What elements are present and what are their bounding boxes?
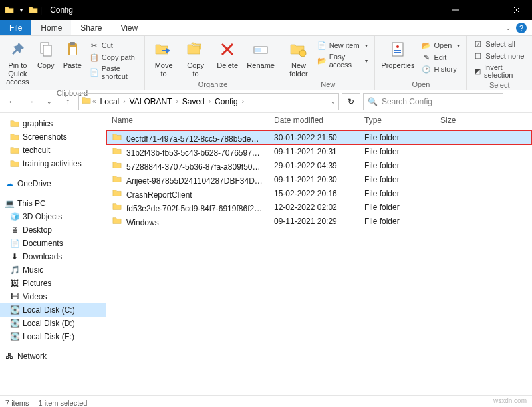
sidebar-item[interactable]: 🧊3D Objects <box>0 210 106 223</box>
select-all-button[interactable]: ☑Select all <box>471 39 528 49</box>
table-row[interactable]: 0ecfdf71-497a-5712-8cc5-788b5de9652...30… <box>106 130 532 144</box>
addressbar[interactable]: « Local› VALORANT› Saved› Config› ⌄ <box>78 93 339 110</box>
table-row[interactable]: Arijeet-987855D241104287DBF34DA6F4...09-… <box>106 172 532 186</box>
svg-rect-15 <box>394 52 401 53</box>
delete-button[interactable]: Delete <box>213 37 242 71</box>
sidebar-item[interactable]: ⬇Downloads <box>0 250 106 263</box>
column-size[interactable]: Size <box>435 113 532 130</box>
breadcrumb[interactable]: Local <box>98 97 122 106</box>
svg-rect-5 <box>43 45 51 56</box>
minimize-button[interactable] <box>440 0 471 20</box>
copy-button[interactable]: Copy <box>34 37 58 71</box>
delete-icon <box>217 39 238 60</box>
table-row[interactable]: fd53e2de-702f-5cd9-84f7-6919f86f2ff0-...… <box>106 200 532 214</box>
file-date: 30-01-2022 21:50 <box>269 133 359 142</box>
recent-locations-button[interactable]: ⌄ <box>41 94 57 110</box>
file-date: 15-02-2022 20:16 <box>269 189 359 198</box>
chevron-down-icon[interactable]: ⌄ <box>505 24 511 31</box>
close-button[interactable] <box>501 0 532 20</box>
pin-icon <box>7 39 28 60</box>
menubar: File Home Share View ⌄ ? <box>0 20 532 36</box>
folder-icon <box>112 160 122 170</box>
easy-access-button[interactable]: 📂Easy access▾ <box>315 52 371 69</box>
sidebar-onedrive[interactable]: ☁OneDrive <box>0 177 106 190</box>
rename-button[interactable]: Rename <box>245 37 277 71</box>
edit-button[interactable]: ✎Edit <box>419 52 462 63</box>
sidebar: graphics Screenshots techcult training a… <box>0 113 106 395</box>
sidebar-item[interactable]: training activities <box>0 157 106 170</box>
svg-rect-14 <box>394 50 401 51</box>
sidebar-item[interactable]: 🖼Pictures <box>0 277 106 290</box>
documents-icon: 📄 <box>9 238 20 249</box>
select-none-icon: ☐ <box>473 51 483 61</box>
up-button[interactable]: ↑ <box>60 94 76 110</box>
sidebar-item[interactable]: 💽Local Disk (D:) <box>0 317 106 330</box>
down-icon[interactable]: ▾ <box>16 5 27 15</box>
breadcrumb[interactable]: Config <box>212 97 241 106</box>
invert-selection-button[interactable]: ◩Invert selection <box>471 63 528 80</box>
table-row[interactable]: CrashReportClient15-02-2022 20:16File fo… <box>106 186 532 200</box>
pin-to-quick-access-button[interactable]: Pin to Quick access <box>4 37 31 88</box>
breadcrumb[interactable]: VALORANT <box>127 97 175 106</box>
new-folder-button[interactable]: New folder <box>285 37 312 79</box>
forward-button[interactable]: → <box>23 94 39 110</box>
sidebar-item[interactable]: 🎵Music <box>0 263 106 277</box>
cut-button[interactable]: ✂Cut <box>87 40 140 51</box>
column-date[interactable]: Date modified <box>269 113 359 130</box>
move-to-button[interactable]: Move to <box>149 37 178 79</box>
open-button[interactable]: 📂Open▾ <box>419 40 462 51</box>
help-icon[interactable]: ? <box>516 23 527 33</box>
folder-icon <box>112 215 122 226</box>
copy-path-button[interactable]: 📋Copy path <box>87 52 140 63</box>
tab-file[interactable]: File <box>0 20 31 35</box>
history-button[interactable]: 🕑History <box>419 64 462 74</box>
paste-shortcut-icon: 📄 <box>90 68 99 77</box>
paste-shortcut-button[interactable]: 📄Paste shortcut <box>87 64 140 81</box>
pictures-icon: 🖼 <box>9 278 20 289</box>
table-row[interactable]: Windows09-11-2021 20:29File folder <box>106 214 532 228</box>
tab-share[interactable]: Share <box>71 20 111 35</box>
table-row[interactable]: 31b2f43b-fb53-5c43-b628-7076597dabb...09… <box>106 144 532 158</box>
folder-icon <box>112 202 122 212</box>
maximize-button[interactable] <box>471 0 501 20</box>
new-item-button[interactable]: 📄New item▾ <box>315 40 371 51</box>
folder-icon <box>112 188 122 198</box>
properties-icon <box>387 39 408 60</box>
column-type[interactable]: Type <box>359 113 435 130</box>
search-input[interactable]: 🔍 Search Config <box>363 93 503 110</box>
folder-icon <box>112 146 122 156</box>
file-name: Windows <box>126 218 159 227</box>
tab-home[interactable]: Home <box>31 20 71 35</box>
properties-button[interactable]: Properties <box>379 37 416 71</box>
back-button[interactable]: ← <box>4 94 20 110</box>
paste-icon <box>62 39 83 60</box>
sidebar-item-local-disk-c[interactable]: 💽Local Disk (C:) <box>0 303 106 317</box>
sidebar-item[interactable]: graphics <box>0 117 106 130</box>
sidebar-item[interactable]: 💽Local Disk (E:) <box>0 330 106 343</box>
edit-icon: ✎ <box>422 53 431 62</box>
paste-button[interactable]: Paste <box>61 37 84 71</box>
sidebar-item[interactable]: 🎞Videos <box>0 290 106 303</box>
copy-to-button[interactable]: Copy to <box>181 37 210 79</box>
column-name[interactable]: Name <box>106 113 269 130</box>
select-none-button[interactable]: ☐Select none <box>471 51 528 61</box>
sidebar-this-pc[interactable]: 💻This PC <box>0 197 106 210</box>
tab-view[interactable]: View <box>111 20 147 35</box>
file-date: 09-11-2021 20:30 <box>269 175 359 184</box>
dropdown-icon[interactable]: ⌄ <box>331 98 336 105</box>
table-row[interactable]: 57288844-3707-5b36-87fa-a809f50ea9b...29… <box>106 158 532 172</box>
svg-point-11 <box>299 50 306 57</box>
sidebar-network[interactable]: 🖧Network <box>0 350 106 363</box>
folder-icon <box>82 96 91 107</box>
refresh-button[interactable]: ↻ <box>342 93 360 110</box>
sidebar-item[interactable]: Screenshots <box>0 130 106 144</box>
file-date: 12-02-2022 02:02 <box>269 203 359 212</box>
status-item-count: 7 items <box>5 399 29 407</box>
folder-icon <box>4 5 15 15</box>
sidebar-item[interactable]: techcult <box>0 144 106 157</box>
sidebar-item[interactable]: 📄Documents <box>0 237 106 250</box>
group-label: New <box>285 79 370 90</box>
breadcrumb[interactable]: Saved <box>180 97 207 106</box>
network-icon: 🖧 <box>4 351 15 362</box>
sidebar-item[interactable]: 🖥Desktop <box>0 223 106 237</box>
